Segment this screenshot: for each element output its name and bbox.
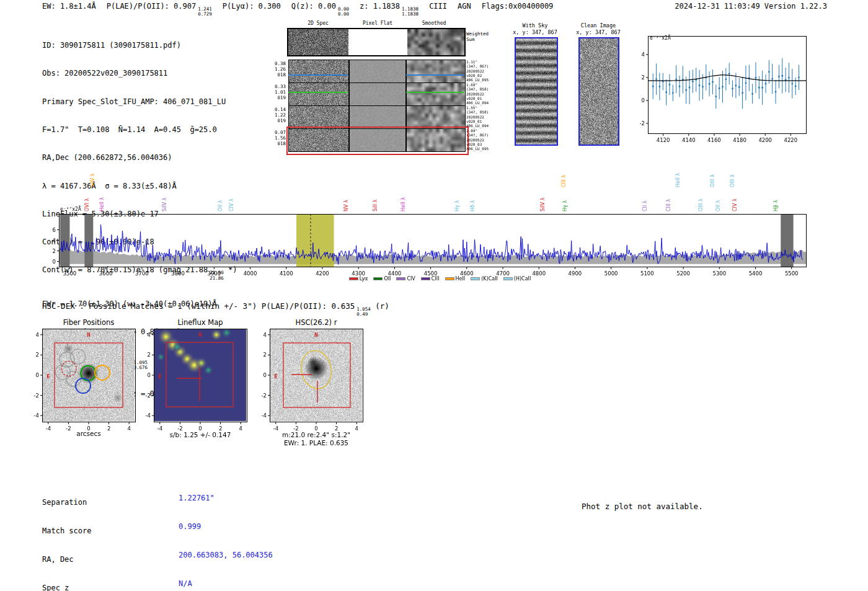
fiber-trace-marker-green (288, 92, 348, 93)
z-value: z: 1.18381.18381.1838 (360, 2, 418, 17)
fiber-id-label: 1.11" (347, 867) 20200522 v020_02 406_LU… (466, 60, 505, 82)
fiber-id-label: 2.04" (347, 867) 20200522 v020_03 406_LU… (466, 128, 505, 151)
fiber-xlabel: arcsecs (27, 430, 151, 437)
row-label: Spec z (42, 584, 109, 591)
legend-label: Lyα (360, 276, 368, 282)
legend-label: (H)CaII (514, 276, 531, 282)
spec2d-strip-canvas (288, 105, 349, 129)
plya-value: P(Lyα): 0.300 (223, 2, 281, 17)
hsc-caption-mag: m:21.0 re:2.4" s:1.2" (254, 431, 378, 438)
with-sky-image-canvas (515, 37, 558, 146)
match-table-labels: Separation Match score RA, Dec Spec z Ph… (42, 479, 109, 591)
smoothed-strip-canvas (406, 60, 466, 83)
spec2d-strip-canvas (288, 60, 349, 83)
fiber-trace-marker-blue (406, 74, 464, 76)
selected-fiber-red-box (286, 127, 469, 155)
fiber-trace-marker-green (406, 92, 464, 93)
fiber-trace-marker-blue (288, 74, 348, 76)
match-table-values: 1.22761" 0.999 200.663083, 56.004356 N/A… (179, 474, 273, 591)
plae-ci-frac: 1.2410.729 (198, 7, 212, 17)
hsc-caption-ewr: EWr: 1. PLAE: 0.635 (254, 439, 378, 447)
qz-value: Q(z): 0.000.000.00 (291, 2, 349, 17)
z-ci-frac: 1.18381.1838 (402, 7, 418, 17)
legend-label: CIII (432, 276, 440, 282)
timestamp: 2024-12-31 11:03:49 Version 1.22.3 (675, 2, 827, 11)
fiber-positions-canvas (31, 324, 155, 438)
row-value: 0.999 (179, 522, 273, 531)
zoom-units-label: e⁻¹⁷x2Å (650, 35, 671, 41)
fiber-weight-label: 0.38 1.26 018 (271, 61, 286, 78)
fiber-weight-label: 0.07 1.56 018 (271, 130, 286, 146)
line-id: CIII (429, 2, 447, 17)
info-fiber-stats: F=1.7" T=0.108 N̄=1.14 A=0.45 ḡ=25.0 (42, 125, 237, 135)
info-primary-slot: Primary Spec_Slot_IFU_AMP: 406_071_081_L… (42, 97, 237, 107)
plae-poii-value: P(LAE)/P(OII): 0.9071.2410.729 (107, 2, 212, 17)
legend-label: CIV (407, 276, 415, 282)
line-zoom-plot-canvas (632, 25, 831, 149)
clean-image-coords: x, y: 347, 867 (570, 29, 626, 35)
legend-swatch (350, 278, 358, 280)
weighted-sum-2d-canvas (288, 29, 348, 55)
info-radec: RA,Dec (200.662872,56.004036) (42, 153, 237, 162)
weighted-sum-strip (287, 28, 466, 56)
legend-label: HeII (456, 276, 466, 282)
legend-label: (K)CaII (481, 276, 498, 282)
legend-item-kcaii: (K)CaII (471, 276, 498, 282)
legend-swatch (471, 278, 479, 280)
hscdex-match-line: HSC-DEX : Possible Matches = 1 (within +… (42, 301, 389, 317)
weighted-sum-smoothed-canvas (407, 29, 464, 55)
legend-item-hcaii: (H)CaII (504, 276, 531, 282)
legend-swatch (374, 278, 382, 280)
row-label: Match score (42, 527, 109, 536)
fiber-id-label: 1.55" (347, 858) 20200522 v020_01 406_LU… (466, 105, 505, 128)
elixer-report-page: EW: 1.8±1.4Å P(LAE)/P(OII): 0.9071.2410.… (0, 0, 868, 591)
hsc-plae-ci-frac: 1.0540.49 (356, 307, 371, 317)
smoothed-strip-canvas (406, 82, 466, 106)
full-spectrum-plot-canvas (48, 166, 817, 281)
with-sky-title: With Sky (507, 22, 563, 29)
row-label: Separation (42, 498, 109, 507)
fiber-weight-label: 0.33 1.01 019 (271, 84, 286, 100)
classification-label: AGN (458, 2, 471, 17)
legend-swatch (504, 278, 512, 280)
lineflux-map-canvas (143, 324, 267, 438)
legend-item-heii: HeII (446, 276, 466, 282)
fiber-weight-label: 0.14 1.22 019 (271, 107, 286, 123)
lineflux-caption: s/b: 1.25 +/- 0.147 (138, 431, 262, 438)
smoothed-strip-canvas (406, 105, 466, 129)
legend-swatch (446, 278, 454, 280)
row-label: RA, Dec (42, 555, 109, 564)
legend-item-oii: OII (374, 276, 391, 282)
col-header-smoothed: Smoothed (412, 20, 456, 26)
pixelflat-strip-canvas (349, 82, 406, 106)
fiber-id-label: 1.69" (347, 858) 20200522 v020_01 406_LU… (466, 82, 505, 105)
legend-item-civ: CIV (397, 276, 415, 282)
clean-image-canvas (578, 37, 619, 146)
legend-label: OII (384, 276, 391, 282)
info-obs: Obs: 20200522v020_3090175811 (42, 69, 237, 78)
ew-value: EW: 1.8±1.4Å (42, 2, 96, 17)
spectrum-units-label: e⁻¹⁷x2Å (60, 207, 81, 212)
legend-swatch (397, 278, 405, 280)
spec2d-strip-canvas (288, 82, 349, 106)
info-id: ID: 3090175811 (3090175811.pdf) (42, 41, 237, 50)
col-header-pixelflat: Pixel Flat (356, 20, 399, 26)
weighted-sum-label: Weighted Sum (466, 31, 495, 42)
row-value: 1.22761" (179, 494, 273, 503)
col-header-2dspec: 2D Spec (296, 20, 340, 26)
row-value: N/A (179, 579, 273, 589)
hsc-cutout-canvas (259, 324, 383, 438)
clean-image-title: Clean Image (570, 22, 626, 29)
spectrum-legend: Lyα OII CIV CIII HeII (K)CaII (H)CaII (267, 276, 614, 282)
photz-unavailable-note: Phot z plot not available. (582, 502, 703, 511)
flags-value: Flags:0x00400009 (482, 2, 554, 17)
legend-item-ciii: CIII (422, 276, 440, 282)
header-summary-row: EW: 1.8±1.4Å P(LAE)/P(OII): 0.9071.2410.… (42, 2, 553, 17)
legend-item-lya: Lyα (350, 276, 368, 282)
with-sky-coords: x, y: 347, 867 (507, 29, 563, 35)
legend-swatch (422, 278, 430, 280)
qz-ci-frac: 0.000.00 (338, 7, 349, 17)
pixelflat-strip-canvas (349, 60, 406, 83)
row-value: 200.663083, 56.004356 (179, 551, 273, 560)
pixelflat-strip-canvas (349, 105, 406, 129)
